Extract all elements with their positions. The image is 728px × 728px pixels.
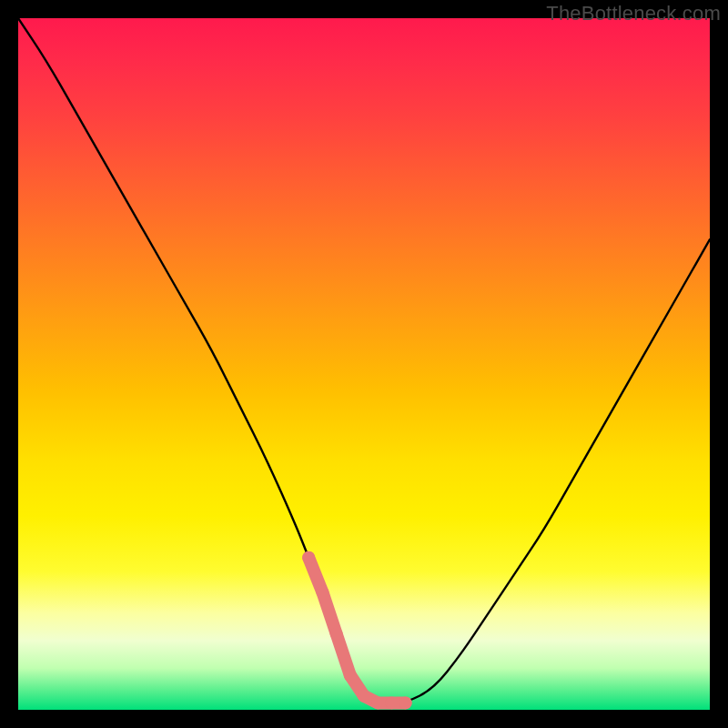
watermark-text: TheBottleneck.com [546, 2, 721, 25]
valley-markers [302, 551, 411, 710]
valley-marker-segment [322, 592, 336, 634]
valley-marker-dot [399, 696, 412, 709]
valley-marker-segment [337, 633, 350, 675]
chart-svg [18, 18, 710, 710]
bottleneck-curve-line [18, 18, 710, 703]
valley-marker-dot [302, 551, 315, 564]
